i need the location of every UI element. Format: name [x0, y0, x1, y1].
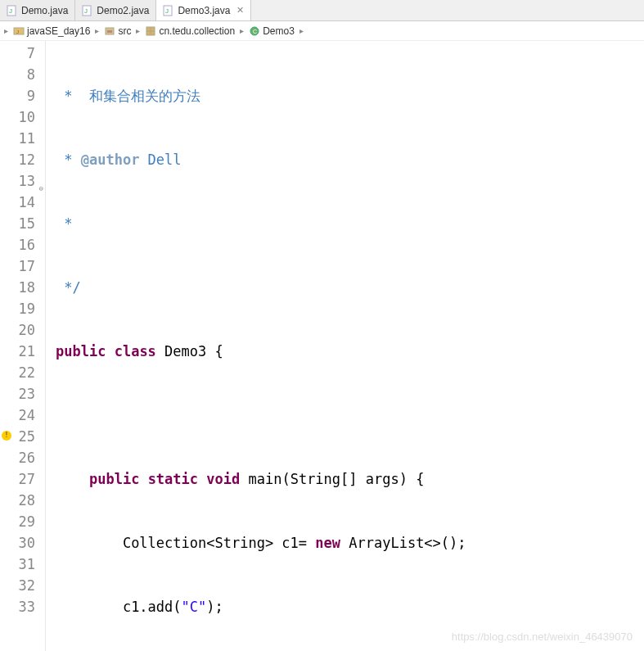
svg-text:J: J [165, 7, 169, 15]
class-icon: C [249, 25, 260, 37]
line-number: 19 [7, 298, 35, 319]
tab-label: Demo3.java [178, 5, 230, 16]
code-text: c1.add( [123, 599, 182, 615]
chevron-right-icon: ▸ [94, 26, 100, 35]
svg-rect-9 [107, 30, 112, 33]
comment-star: * [56, 151, 81, 168]
comment-text: * [56, 215, 72, 232]
breadcrumb-label: Demo3 [263, 25, 295, 37]
line-number: 32 [7, 575, 35, 596]
breadcrumb-package[interactable]: cn.tedu.collection [142, 25, 237, 37]
chevron-right-icon: ▸ [3, 26, 9, 35]
method-sig: main(String[] args) { [240, 471, 424, 487]
tab-label: Demo2.java [97, 5, 149, 16]
line-number: 26 [7, 447, 35, 468]
src-folder-icon [104, 25, 115, 37]
string-literal: "C" [182, 599, 207, 615]
chevron-right-icon: ▸ [299, 26, 304, 35]
line-number: 18 [7, 277, 35, 298]
fold-minus-icon[interactable]: ⊖ [37, 178, 43, 184]
line-number: 24 [7, 405, 35, 426]
svg-text:J: J [9, 7, 12, 15]
tab-demo2-java[interactable]: J Demo2.java [75, 0, 156, 20]
line-number: 22 [7, 362, 35, 383]
close-icon[interactable]: ✕ [236, 5, 244, 16]
line-number: 33 [7, 596, 35, 617]
line-number: 31 [7, 554, 35, 575]
line-number: 14 [7, 192, 35, 213]
project-icon: J [13, 25, 25, 37]
line-number: 30 [7, 532, 35, 554]
keyword-new: new [315, 535, 340, 551]
java-file-icon: J [163, 5, 174, 16]
keyword-public: public [89, 471, 139, 487]
java-file-icon: J [7, 5, 18, 16]
line-gutter: 78910111213⊖141516171819202122232425!262… [0, 41, 46, 651]
svg-text:J: J [84, 7, 88, 15]
tab-demo3-java[interactable]: J Demo3.java ✕ [156, 0, 251, 20]
author-name: Dell [139, 151, 181, 168]
breadcrumb-class[interactable]: C Demo3 [246, 25, 297, 37]
code-area[interactable]: * 和集合相关的方法 * @author Dell * */ public cl… [46, 41, 500, 651]
javadoc-tag: @author [81, 151, 140, 168]
package-icon [145, 25, 156, 37]
breadcrumb-label: cn.tedu.collection [159, 25, 235, 37]
breadcrumb-label: src [118, 25, 131, 37]
line-number: 20 [7, 319, 35, 341]
breadcrumb-project[interactable]: J javaSE_day16 [11, 25, 92, 37]
keyword-class: class [115, 343, 156, 359]
svg-rect-6 [14, 28, 24, 34]
line-number: 15 [7, 213, 35, 234]
class-name: Demo3 { [156, 343, 223, 359]
line-number: 25! [7, 426, 35, 447]
breadcrumb-label: javaSE_day16 [27, 25, 90, 37]
chevron-right-icon: ▸ [239, 26, 245, 35]
watermark-text: https://blog.csdn.net/weixin_46439070 [452, 631, 633, 643]
keyword-void: void [206, 471, 240, 487]
comment-text: * 和集合相关的方法 [56, 88, 200, 104]
svg-text:C: C [253, 29, 257, 34]
line-number: 16 [7, 234, 35, 255]
line-number: 11 [7, 128, 35, 149]
breadcrumb-src[interactable]: src [101, 25, 133, 37]
chevron-right-icon: ▸ [135, 26, 141, 35]
keyword-static: static [148, 471, 198, 487]
line-number: 29 [7, 511, 35, 532]
comment-end: */ [56, 279, 81, 296]
line-number: 17 [7, 255, 35, 277]
line-number: 10 [7, 106, 35, 128]
line-number: 13⊖ [7, 170, 35, 192]
line-number: 8 [7, 64, 35, 85]
line-number: 27 [7, 468, 35, 490]
line-number: 7 [7, 43, 35, 64]
warning-icon[interactable]: ! [2, 431, 11, 441]
code-editor[interactable]: 78910111213⊖141516171819202122232425!262… [0, 41, 644, 651]
tab-label: Demo.java [21, 5, 68, 16]
line-number: 9 [7, 85, 35, 106]
svg-text:J: J [16, 29, 19, 34]
keyword-public: public [56, 343, 106, 359]
line-number: 23 [7, 383, 35, 405]
line-number: 28 [7, 490, 35, 511]
line-number: 12 [7, 149, 35, 170]
editor-tabs: J Demo.java J Demo2.java J Demo3.java ✕ [0, 0, 644, 21]
code-text: ArrayList<>(); [340, 535, 466, 551]
code-text: Collection<String> c1= [123, 535, 315, 551]
tab-demo-java[interactable]: J Demo.java [0, 0, 75, 20]
breadcrumb: ▸ J javaSE_day16 ▸ src ▸ cn.tedu.collect… [0, 21, 644, 41]
line-number: 21 [7, 341, 35, 362]
java-file-icon: J [82, 5, 93, 16]
